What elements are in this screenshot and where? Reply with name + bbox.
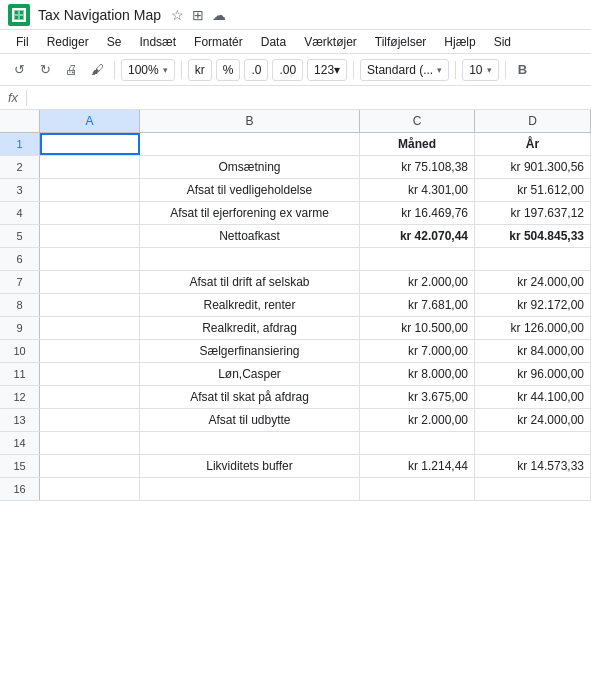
col-header-b[interactable]: B	[140, 110, 360, 132]
table-cell[interactable]	[360, 478, 475, 500]
table-cell[interactable]: kr 24.000,00	[475, 271, 591, 293]
decimal-more-button[interactable]: .00	[272, 59, 303, 81]
table-cell[interactable]	[40, 317, 140, 339]
table-cell[interactable]: Afsat til vedligeholdelse	[140, 179, 360, 201]
row-number: 1	[0, 133, 40, 155]
table-cell[interactable]: kr 3.675,00	[360, 386, 475, 408]
table-cell[interactable]: Løn,Casper	[140, 363, 360, 385]
menu-se[interactable]: Se	[99, 33, 130, 51]
col-header-a[interactable]: A	[40, 110, 140, 132]
percent-button[interactable]: %	[216, 59, 241, 81]
cloud-icon[interactable]: ☁	[212, 7, 226, 23]
format-type-select[interactable]: 123▾	[307, 59, 347, 81]
table-cell[interactable]: Nettoafkast	[140, 225, 360, 247]
table-cell[interactable]	[40, 432, 140, 454]
table-cell[interactable]: Realkredit, renter	[140, 294, 360, 316]
table-cell[interactable]: Likviditets buffer	[140, 455, 360, 477]
table-cell[interactable]: Måned	[360, 133, 475, 155]
table-cell[interactable]	[360, 432, 475, 454]
table-cell[interactable]	[40, 248, 140, 270]
table-cell[interactable]: kr 42.070,44	[360, 225, 475, 247]
table-cell[interactable]	[140, 432, 360, 454]
table-cell[interactable]: Afsat til ejerforening ex varme	[140, 202, 360, 224]
zoom-select[interactable]: 100% ▾	[121, 59, 175, 81]
table-cell[interactable]: kr 1.214,44	[360, 455, 475, 477]
table-cell[interactable]: Realkredit, afdrag	[140, 317, 360, 339]
table-cell[interactable]: kr 2.000,00	[360, 409, 475, 431]
menu-sid[interactable]: Sid	[486, 33, 519, 51]
font-style-select[interactable]: Standard (... ▾	[360, 59, 449, 81]
table-cell[interactable]	[40, 340, 140, 362]
table-cell[interactable]: kr 126.000,00	[475, 317, 591, 339]
redo-icon[interactable]: ↻	[34, 59, 56, 81]
menu-fil[interactable]: Fil	[8, 33, 37, 51]
table-cell[interactable]	[40, 133, 140, 155]
table-row: 1MånedÅr	[0, 133, 591, 156]
table-cell[interactable]	[40, 156, 140, 178]
table-cell[interactable]	[140, 248, 360, 270]
menu-data[interactable]: Data	[253, 33, 294, 51]
table-cell[interactable]: kr 2.000,00	[360, 271, 475, 293]
table-cell[interactable]	[40, 179, 140, 201]
table-cell[interactable]: kr 92.172,00	[475, 294, 591, 316]
currency-button[interactable]: kr	[188, 59, 212, 81]
table-cell[interactable]: kr 16.469,76	[360, 202, 475, 224]
table-cell[interactable]	[140, 133, 360, 155]
table-cell[interactable]	[40, 409, 140, 431]
table-cell[interactable]	[475, 248, 591, 270]
table-cell[interactable]: Afsat til drift af selskab	[140, 271, 360, 293]
table-cell[interactable]	[40, 271, 140, 293]
table-cell[interactable]: kr 197.637,12	[475, 202, 591, 224]
bold-button[interactable]: B	[512, 59, 534, 81]
menu-indsaet[interactable]: Indsæt	[131, 33, 184, 51]
table-cell[interactable]: Omsætning	[140, 156, 360, 178]
table-cell[interactable]: Afsat til skat på afdrag	[140, 386, 360, 408]
table-cell[interactable]: kr 8.000,00	[360, 363, 475, 385]
table-cell[interactable]	[40, 478, 140, 500]
table-cell[interactable]: kr 10.500,00	[360, 317, 475, 339]
table-cell[interactable]	[40, 202, 140, 224]
paint-format-icon[interactable]: 🖌	[86, 59, 108, 81]
app-icon	[8, 4, 30, 26]
table-cell[interactable]	[40, 386, 140, 408]
menu-vaerktojer[interactable]: Værktøjer	[296, 33, 365, 51]
table-cell[interactable]	[40, 455, 140, 477]
table-cell[interactable]: kr 24.000,00	[475, 409, 591, 431]
table-cell[interactable]: Sælgerfinansiering	[140, 340, 360, 362]
table-cell[interactable]: kr 7.681,00	[360, 294, 475, 316]
table-row: 13Afsat til udbyttekr 2.000,00kr 24.000,…	[0, 409, 591, 432]
print-icon[interactable]: 🖨	[60, 59, 82, 81]
table-cell[interactable]	[40, 225, 140, 247]
table-cell[interactable]: År	[475, 133, 591, 155]
table-cell[interactable]	[140, 478, 360, 500]
table-cell[interactable]	[475, 432, 591, 454]
table-cell[interactable]	[475, 478, 591, 500]
menu-rediger[interactable]: Rediger	[39, 33, 97, 51]
star-icon[interactable]: ☆	[171, 7, 184, 23]
table-cell[interactable]: kr 4.301,00	[360, 179, 475, 201]
table-cell[interactable]: kr 75.108,38	[360, 156, 475, 178]
table-cell[interactable]: kr 504.845,33	[475, 225, 591, 247]
undo-icon[interactable]: ↺	[8, 59, 30, 81]
menu-hjaelp[interactable]: Hjælp	[436, 33, 483, 51]
table-row: 8Realkredit, renterkr 7.681,00kr 92.172,…	[0, 294, 591, 317]
col-header-c[interactable]: C	[360, 110, 475, 132]
menu-formater[interactable]: Formatér	[186, 33, 251, 51]
table-cell[interactable]: kr 84.000,00	[475, 340, 591, 362]
col-header-d[interactable]: D	[475, 110, 591, 132]
table-cell[interactable]: kr 96.000,00	[475, 363, 591, 385]
decimal-less-button[interactable]: .0	[244, 59, 268, 81]
table-cell[interactable]: kr 901.300,56	[475, 156, 591, 178]
table-cell[interactable]: kr 7.000,00	[360, 340, 475, 362]
table-cell[interactable]: kr 44.100,00	[475, 386, 591, 408]
table-cell[interactable]	[40, 363, 140, 385]
drive-icon[interactable]: ⊞	[192, 7, 204, 23]
table-cell[interactable]	[360, 248, 475, 270]
font-size-select[interactable]: 10 ▾	[462, 59, 498, 81]
table-cell[interactable]: kr 14.573,33	[475, 455, 591, 477]
menu-tilfoejelser[interactable]: Tilføjelser	[367, 33, 435, 51]
table-cell[interactable]	[40, 294, 140, 316]
table-cell[interactable]: Afsat til udbytte	[140, 409, 360, 431]
row-number: 2	[0, 156, 40, 178]
table-cell[interactable]: kr 51.612,00	[475, 179, 591, 201]
